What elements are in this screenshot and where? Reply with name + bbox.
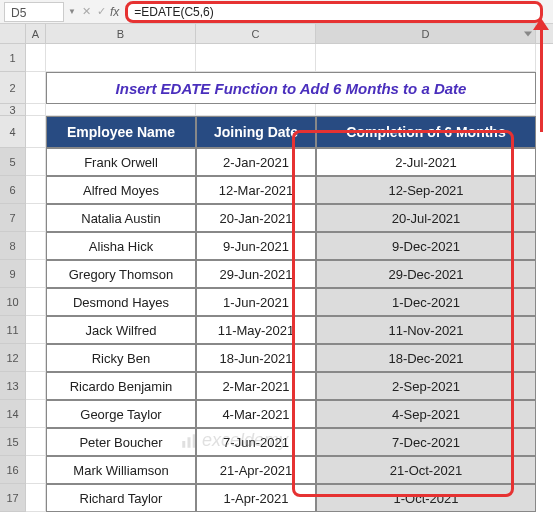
cell-joining[interactable]: 2-Mar-2021 <box>196 372 316 400</box>
cell-joining[interactable]: 2-Jan-2021 <box>196 148 316 176</box>
row-header[interactable]: 4 <box>0 116 26 148</box>
cell-completion[interactable]: 1-Dec-2021 <box>316 288 536 316</box>
row-header[interactable]: 1 <box>0 44 26 72</box>
row-header[interactable]: 15 <box>0 428 26 456</box>
header-joining[interactable]: Joining Date <box>196 116 316 148</box>
cell-name[interactable]: Frank Orwell <box>46 148 196 176</box>
fx-icon[interactable]: fx <box>110 5 119 19</box>
title-cell[interactable]: Insert EDATE Function to Add 6 Months to… <box>46 72 536 104</box>
cell-completion[interactable]: 12-Sep-2021 <box>316 176 536 204</box>
cell-name[interactable]: Ricky Ben <box>46 344 196 372</box>
cell-joining[interactable]: 1-Apr-2021 <box>196 484 316 512</box>
col-header-c[interactable]: C <box>196 24 316 43</box>
header-name[interactable]: Employee Name <box>46 116 196 148</box>
cell-name[interactable]: Richard Taylor <box>46 484 196 512</box>
cell[interactable] <box>26 288 46 316</box>
cell-completion[interactable]: 20-Jul-2021 <box>316 204 536 232</box>
cell-joining[interactable]: 9-Jun-2021 <box>196 232 316 260</box>
select-all-corner[interactable] <box>0 24 26 43</box>
cell[interactable] <box>26 428 46 456</box>
row-header[interactable]: 9 <box>0 260 26 288</box>
cell[interactable] <box>26 316 46 344</box>
cell-joining[interactable]: 12-Mar-2021 <box>196 176 316 204</box>
confirm-icon[interactable]: ✓ <box>97 5 106 18</box>
cell[interactable] <box>46 104 196 116</box>
cell[interactable] <box>316 44 536 72</box>
cell-joining[interactable]: 7-Jun-2021 <box>196 428 316 456</box>
cell[interactable] <box>26 148 46 176</box>
cell[interactable] <box>196 44 316 72</box>
col-header-a[interactable]: A <box>26 24 46 43</box>
cell-completion[interactable]: 1-Oct-2021 <box>316 484 536 512</box>
row-header[interactable]: 11 <box>0 316 26 344</box>
cell-joining[interactable]: 18-Jun-2021 <box>196 344 316 372</box>
cell[interactable] <box>26 44 46 72</box>
name-box-dropdown-icon[interactable]: ▼ <box>68 7 76 16</box>
cell[interactable] <box>46 44 196 72</box>
cell[interactable] <box>26 344 46 372</box>
cell-name[interactable]: Mark Williamson <box>46 456 196 484</box>
formula-bar: D5 ▼ ✕ ✓ fx =EDATE(C5,6) <box>0 0 553 24</box>
col-header-b[interactable]: B <box>46 24 196 43</box>
row-header[interactable]: 8 <box>0 232 26 260</box>
arrow-line <box>540 22 543 132</box>
cell-name[interactable]: Desmond Hayes <box>46 288 196 316</box>
row-header[interactable]: 14 <box>0 400 26 428</box>
cell-completion[interactable]: 21-Oct-2021 <box>316 456 536 484</box>
row-header[interactable]: 3 <box>0 104 26 116</box>
cell-joining[interactable]: 21-Apr-2021 <box>196 456 316 484</box>
cell-joining[interactable]: 20-Jan-2021 <box>196 204 316 232</box>
cell[interactable] <box>26 72 46 104</box>
row-header[interactable]: 7 <box>0 204 26 232</box>
cell-name[interactable]: Peter Boucher <box>46 428 196 456</box>
formula-input[interactable]: =EDATE(C5,6) <box>125 1 543 23</box>
cell-joining[interactable]: 4-Mar-2021 <box>196 400 316 428</box>
cell-completion[interactable]: 11-Nov-2021 <box>316 316 536 344</box>
cell-name[interactable]: Natalia Austin <box>46 204 196 232</box>
cell[interactable] <box>26 104 46 116</box>
col-header-d[interactable]: D <box>316 24 536 43</box>
cell-completion[interactable]: 18-Dec-2021 <box>316 344 536 372</box>
cell-completion[interactable]: 7-Dec-2021 <box>316 428 536 456</box>
row-header[interactable]: 6 <box>0 176 26 204</box>
cell-completion[interactable]: 4-Sep-2021 <box>316 400 536 428</box>
cell-completion[interactable]: 9-Dec-2021 <box>316 232 536 260</box>
cancel-icon[interactable]: ✕ <box>82 5 91 18</box>
header-completion[interactable]: Completion of 6 Months <box>316 116 536 148</box>
cell[interactable] <box>26 484 46 512</box>
cell-completion[interactable]: 2-Jul-2021 <box>316 148 536 176</box>
cell-name[interactable]: Alisha Hick <box>46 232 196 260</box>
cell[interactable] <box>26 400 46 428</box>
cell[interactable] <box>26 372 46 400</box>
row-header[interactable]: 17 <box>0 484 26 512</box>
cell[interactable] <box>26 116 46 148</box>
spreadsheet-grid[interactable]: Insert EDATE Function to Add 6 Months to… <box>26 44 553 512</box>
cell-name[interactable]: George Taylor <box>46 400 196 428</box>
row-header[interactable]: 10 <box>0 288 26 316</box>
row-header[interactable]: 13 <box>0 372 26 400</box>
cell-joining[interactable]: 29-Jun-2021 <box>196 260 316 288</box>
cell-name[interactable]: Jack Wilfred <box>46 316 196 344</box>
cell-name[interactable]: Ricardo Benjamin <box>46 372 196 400</box>
row-header[interactable]: 5 <box>0 148 26 176</box>
cell-completion[interactable]: 2-Sep-2021 <box>316 372 536 400</box>
cell[interactable] <box>26 204 46 232</box>
row-header[interactable]: 12 <box>0 344 26 372</box>
cell-completion[interactable]: 29-Dec-2021 <box>316 260 536 288</box>
cell-joining[interactable]: 11-May-2021 <box>196 316 316 344</box>
cell[interactable] <box>26 260 46 288</box>
cell-name[interactable]: Gregory Thomson <box>46 260 196 288</box>
name-box[interactable]: D5 <box>4 2 64 22</box>
row-header[interactable]: 2 <box>0 72 26 104</box>
row-header[interactable]: 16 <box>0 456 26 484</box>
cell[interactable] <box>26 176 46 204</box>
cell[interactable] <box>26 456 46 484</box>
row-headers: 1 2 3 4 5 6 7 8 9 10 11 12 13 14 15 16 1… <box>0 44 26 512</box>
cell-joining[interactable]: 1-Jun-2021 <box>196 288 316 316</box>
formula-bar-buttons: ✕ ✓ <box>82 5 106 18</box>
arrow-head-icon <box>533 18 549 30</box>
cell-name[interactable]: Alfred Moyes <box>46 176 196 204</box>
cell[interactable] <box>196 104 316 116</box>
cell[interactable] <box>26 232 46 260</box>
cell[interactable] <box>316 104 536 116</box>
